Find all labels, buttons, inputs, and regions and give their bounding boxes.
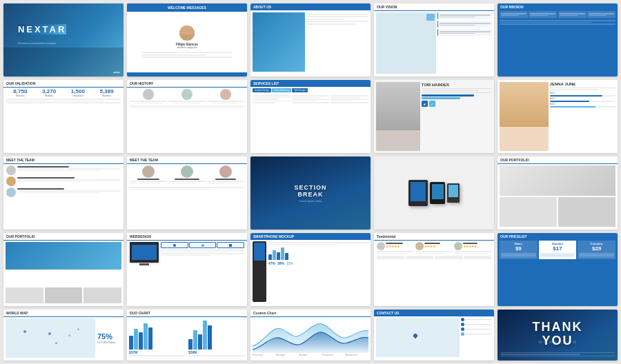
services-tab-1[interactable]: Graphic Design	[253, 88, 271, 92]
stat-1: 8,750 Business	[6, 89, 34, 97]
welcome-line-2	[141, 54, 206, 56]
slide-mission[interactable]: OUR MISSION	[497, 3, 618, 77]
history-person-1	[130, 89, 167, 104]
smartphone-title: SMARTPHONE MOCKUP	[250, 233, 371, 240]
webdesign-icon-3	[217, 242, 244, 248]
portfolio-left-img-2	[45, 287, 83, 303]
testi-info-2: ★★★★☆	[424, 242, 453, 250]
slide-smartphone[interactable]: SMARTPHONE MOCKUP 47%	[250, 233, 371, 306]
tom-info: TOM HARDES ★ ✓	[422, 82, 492, 151]
webdesign-info	[161, 242, 244, 265]
slide-services[interactable]: SERVICES LIST Graphic Design Online Mark…	[250, 80, 371, 153]
custom-chart-svg: Product Design Studio Finance Business	[253, 318, 368, 356]
slide-tom[interactable]: TOM HARDES ★ ✓	[374, 80, 494, 153]
validation-body: 8,750 Business 3,270 Analysis 1,500 Inno…	[3, 88, 124, 105]
team-member-3-info	[17, 188, 121, 197]
testi-info-1: ★★★★★	[386, 242, 414, 250]
worldmap-stat: 75% 12-27-26% Projects	[97, 318, 121, 358]
slide-pricelist[interactable]: OUR PRICELIST Basic $9 Standart $17	[497, 233, 618, 306]
duo-bars-right	[188, 318, 245, 350]
slide-device-mockup[interactable]: Show Frontside Product Group	[374, 156, 494, 230]
welcome-title: WELCOME MESSAGES	[127, 3, 247, 12]
team-row-photo-3	[219, 165, 232, 178]
slide-testimonial[interactable]: Testimonial ★★★★★	[374, 233, 494, 306]
jenna-body: JENNA JUNE Skill 1 Skill 2 Skill 3	[497, 80, 618, 153]
team-member-1-info	[17, 165, 121, 175]
device-body	[374, 156, 494, 230]
team-member-1	[6, 165, 121, 175]
testi-info-3: ★★★★★	[463, 242, 491, 250]
about-text	[306, 12, 368, 72]
contact-icon-3	[461, 327, 464, 331]
svg-text:Business: Business	[345, 353, 357, 356]
about-line-2	[306, 16, 368, 17]
team-row-photo-2	[181, 165, 193, 178]
meet-team-2-title: MEET THE TEAM	[127, 156, 247, 164]
welcome-line-3	[141, 57, 233, 58]
tom-icon-check: ✓	[429, 101, 435, 107]
contact-info	[461, 318, 492, 357]
about-line-1	[306, 14, 368, 15]
history-avatar-1	[143, 89, 154, 100]
mission-box-2	[529, 11, 557, 18]
worldmap-body: 75% 12-27-26% Projects	[3, 317, 124, 359]
smartphone-bar-5	[285, 253, 288, 260]
team-row-member-1	[130, 165, 167, 184]
slide-validation[interactable]: OUR VALIDATION 8,750 Business 3,270 Anal…	[3, 80, 124, 153]
slide-section-break[interactable]: SECTION BREAK Lorem ipsum dolor	[250, 156, 371, 230]
worldmap-stat-label: 12-27-26% Projects	[97, 341, 121, 344]
services-tab-3[interactable]: Web Design	[292, 88, 307, 92]
worldmap-percentage: 75%	[97, 333, 121, 341]
smartphone-bar-2	[273, 250, 276, 260]
plan-basic: Basic $9	[500, 241, 538, 259]
slide-meet-team-2[interactable]: MEET THE TEAM	[127, 156, 247, 230]
services-title: SERVICES LIST	[250, 80, 371, 87]
slide-about[interactable]: ABOUT US	[250, 3, 371, 77]
portfolio-left-img-1	[6, 287, 43, 303]
slide-history[interactable]: OUR HISTORY	[127, 80, 247, 153]
slide-duo-chart[interactable]: DUO CHART $37M	[127, 310, 247, 361]
map-dot-5	[77, 328, 79, 330]
team-member-1-photo	[6, 165, 16, 175]
mission-boxes	[497, 10, 618, 19]
slide-custom-chart[interactable]: Custom Chart	[250, 310, 371, 361]
slide-jenna[interactable]: JENNA JUNE Skill 1 Skill 2 Skill 3	[497, 80, 618, 153]
services-tab-2[interactable]: Online Marketing	[272, 88, 292, 92]
nextar-accent	[113, 72, 120, 73]
slide-worldmap[interactable]: WORLD MAP 75% 12-27-26% Projects	[3, 310, 124, 361]
slide-webdesign[interactable]: WEBDESIGN	[127, 233, 247, 306]
device-phone-1	[408, 180, 428, 206]
slide-thank-you[interactable]: THANK YOU	[497, 310, 618, 361]
slide-meet-team-1[interactable]: MEET THE TEAM	[3, 156, 124, 230]
slide-nextar[interactable]: NEXTAR Business presentation template	[3, 3, 124, 77]
slide-portfolio-right[interactable]: OUR PORTFOLIO	[497, 156, 618, 230]
thank-you-text: THANK YOU	[528, 321, 588, 348]
duo-chart-right: $39M	[188, 318, 245, 358]
duo-chart-title: DUO CHART	[127, 310, 247, 317]
slide-vision[interactable]: OUR VISION	[374, 3, 494, 77]
slide-portfolio-left[interactable]: OUR PORTFOLIO	[3, 233, 124, 306]
history-avatar-3	[220, 89, 231, 100]
about-title: ABOUT US	[250, 3, 371, 10]
history-person-2	[168, 89, 206, 104]
history-persons	[130, 89, 244, 104]
slide-welcome[interactable]: WELCOME MESSAGES Fillipe Stancos Subtitl…	[127, 3, 247, 77]
section-break-content: SECTION BREAK Lorem ipsum dolor	[281, 184, 341, 203]
team-row-bottom	[127, 185, 247, 191]
meet-team-1-title: MEET THE TEAM	[3, 156, 124, 164]
webdesign-stand	[139, 263, 149, 265]
webdesign-icon-2	[189, 242, 217, 248]
svg-text:Finance: Finance	[322, 353, 334, 356]
pricelist-plans: Basic $9 Standart $17 Complete $29	[497, 240, 618, 260]
duo-chart-body: $37M $39M	[127, 317, 247, 359]
custom-chart-title: Custom Chart	[250, 310, 371, 317]
nextar-subtitle: Business presentation template	[18, 41, 57, 45]
contact-title: CONTACT US	[374, 310, 494, 316]
services-col-2	[292, 94, 330, 104]
pricelist-title: OUR PRICELIST	[497, 233, 618, 240]
slide-contact[interactable]: CONTACT US	[374, 310, 494, 361]
mission-text	[497, 19, 618, 26]
smartphone-bar-4	[281, 247, 284, 260]
testi-logo-4	[464, 256, 491, 259]
webdesign-icon-1	[161, 242, 188, 248]
